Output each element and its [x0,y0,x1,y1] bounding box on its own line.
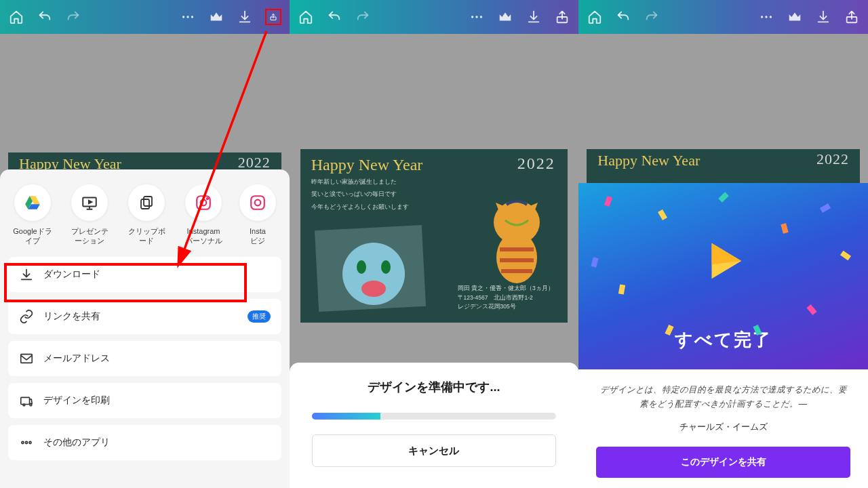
svg-point-32 [765,16,767,18]
design-preview-peek: Happy New Year 2022 [587,149,860,183]
instagram-icon [239,184,276,221]
share-app-label: Insta ビジ [250,226,266,246]
share-options-list: ダウンロード リンクを共有 推奨 メールアドレス デザインを印刷 その他のアプリ [0,253,290,460]
more-icon[interactable] [758,9,774,25]
more-icon[interactable] [180,9,196,25]
download-top-icon[interactable] [237,9,253,25]
svg-point-17 [25,441,27,443]
redo-icon[interactable] [644,9,660,25]
svg-point-18 [29,441,31,443]
address-line1: 岡田 貴之・優香・健太郎（3ヵ月） [458,284,554,293]
svg-point-9 [207,198,208,199]
svg-point-11 [255,200,261,206]
svg-point-15 [23,404,25,406]
pane-share-sheet: Happy New Year 2022 Googleドラ イブ プレゼンテ ーシ… [0,0,290,488]
gdrive-icon [14,184,51,221]
preparing-heading: デザインを準備中です... [368,379,500,395]
undo-icon[interactable] [326,9,342,25]
topbar [290,0,579,34]
download-top-icon[interactable] [815,9,831,25]
design-quote: デザインとは、特定の目的を最良な方法で達成するために、要素をどう配置すべきか計画… [596,383,850,412]
more-icon[interactable] [469,9,485,25]
option-label: リンクを共有 [43,310,100,323]
svg-point-14 [30,404,32,406]
recommended-badge: 推奨 [248,310,271,323]
svg-point-21 [476,16,478,18]
share-sheet: Googleドラ イブ プレゼンテ ーション クリップボ ード Instagra… [0,169,290,488]
tiger-illustration [479,190,554,285]
option-print[interactable]: デザインを印刷 [8,383,281,418]
share-app-clipboard[interactable]: クリップボ ード [118,184,175,246]
share-app-instagram-biz[interactable]: Insta ビジ [229,184,286,246]
svg-point-20 [471,16,473,18]
option-email[interactable]: メールアドレス [8,341,281,376]
svg-point-31 [761,16,763,18]
crown-icon[interactable] [787,9,803,25]
home-icon[interactable] [298,9,314,25]
svg-point-33 [770,16,772,18]
crown-icon[interactable] [497,9,513,25]
share-app-present[interactable]: プレゼンテ ーション [61,184,118,246]
svg-rect-10 [251,196,264,209]
clipboard-icon [128,184,165,221]
share-app-label: プレゼンテ ーション [71,226,108,246]
option-label: デザインを印刷 [43,394,110,407]
character-illustration [313,224,428,315]
share-apps-row[interactable]: Googleドラ イブ プレゼンテ ーション クリップボ ード Instagra… [0,182,290,253]
svg-rect-13 [21,397,30,404]
undo-icon[interactable] [37,9,53,25]
option-label: メールアドレス [43,352,110,365]
share-app-label: クリップボ ード [128,226,165,246]
option-download[interactable]: ダウンロード [8,257,281,292]
svg-rect-12 [21,354,33,363]
home-icon[interactable] [8,9,24,25]
share-app-label: Googleドラ イブ [13,226,52,246]
option-other-apps[interactable]: その他のアプリ [8,425,281,460]
redo-icon[interactable] [65,9,81,25]
quote-author: チャールズ・イームズ [679,422,768,433]
svg-point-30 [496,232,537,283]
instagram-icon [185,184,222,221]
share-design-button[interactable]: このデザインを共有 [596,447,850,478]
complete-sheet: デザインとは、特定の目的を最良な方法で達成するために、要素をどう配置すべきか計画… [578,369,868,488]
address-line3: レジデンス花岡305号 [458,302,554,312]
share-app-instagram[interactable]: Instagram パーソナル [175,184,232,246]
progress-bar [312,413,555,420]
download-top-icon[interactable] [526,9,542,25]
celebration-panel: すべて完了 [578,183,868,369]
svg-point-28 [361,281,386,297]
svg-rect-5 [144,197,152,206]
share-app-label: Instagram パーソナル [185,226,222,246]
share-icon[interactable] [844,9,860,25]
svg-point-16 [22,441,24,443]
share-icon[interactable] [554,9,570,25]
share-app-gdrive[interactable]: Googleドラ イブ [4,184,61,246]
svg-point-1 [186,16,189,18]
card-year: 2022 [517,155,555,173]
topbar [578,0,868,34]
svg-rect-6 [141,199,149,209]
svg-point-26 [357,260,366,274]
design-preview: Happy New Year 2022 昨年新しい家族が誕生しました 笑いと涙で… [300,149,568,323]
play-celebration-icon [700,237,747,285]
pane-preparing: Happy New Year 2022 昨年新しい家族が誕生しました 笑いと涙で… [290,0,579,488]
option-share-link[interactable]: リンクを共有 推奨 [8,299,281,334]
topbar [0,0,290,34]
home-icon[interactable] [587,9,603,25]
progress-fill [312,413,380,420]
option-label: その他のアプリ [43,436,110,449]
undo-icon[interactable] [615,9,631,25]
card-year: 2022 [816,150,849,168]
cancel-button[interactable]: キャンセル [312,434,555,467]
svg-point-22 [480,16,482,18]
option-label: ダウンロード [43,268,100,281]
share-icon[interactable] [265,9,281,25]
svg-point-2 [191,16,193,18]
redo-icon[interactable] [355,9,371,25]
pane-complete: Happy New Year 2022 すべて完了 デザインとは、特定の目的を最… [578,0,868,488]
svg-point-27 [381,260,391,274]
svg-point-8 [201,200,207,206]
card-msg1: 昨年新しい家族が誕生しました [300,174,568,189]
address-line2: 〒123-4567 北山市西野1-2 [458,293,554,303]
crown-icon[interactable] [208,9,224,25]
